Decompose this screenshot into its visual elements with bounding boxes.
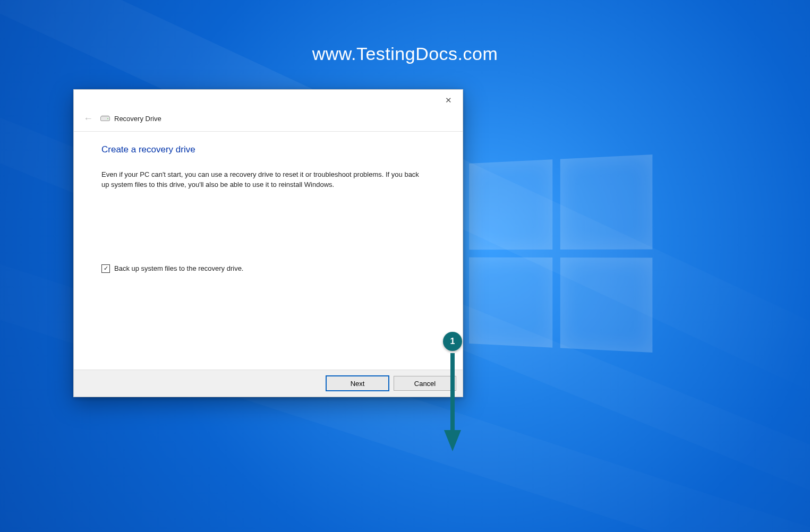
svg-point-1 [107, 118, 108, 119]
desktop-background: www.TestingDocs.com ✕ ← Recovery Drive C… [0, 0, 810, 532]
watermark-text: www.TestingDocs.com [0, 44, 810, 64]
window-title: Recovery Drive [114, 115, 161, 123]
backup-checkbox[interactable]: ✓ [101, 264, 110, 273]
annotation-arrow-icon [442, 353, 463, 454]
close-icon[interactable]: ✕ [436, 92, 461, 109]
page-heading: Create a recovery drive [101, 144, 435, 155]
svg-marker-4 [444, 430, 461, 451]
svg-rect-2 [101, 116, 109, 117]
dialog-footer: Next Cancel [74, 370, 463, 397]
windows-logo [469, 155, 652, 353]
backup-checkbox-row[interactable]: ✓ Back up system files to the recovery d… [101, 264, 435, 273]
dialog-content: Create a recovery drive Even if your PC … [74, 132, 463, 370]
titlebar[interactable]: ✕ [74, 90, 463, 111]
dialog-header: ← Recovery Drive [74, 111, 463, 132]
back-arrow-icon: ← [82, 112, 97, 125]
next-button[interactable]: Next [326, 375, 389, 391]
recovery-drive-dialog: ✕ ← Recovery Drive Create a recovery dri… [73, 89, 463, 397]
backup-checkbox-label: Back up system files to the recovery dri… [114, 264, 243, 272]
page-description: Even if your PC can't start, you can use… [101, 170, 425, 190]
drive-icon [100, 115, 110, 122]
annotation-badge-1: 1 [443, 332, 462, 351]
